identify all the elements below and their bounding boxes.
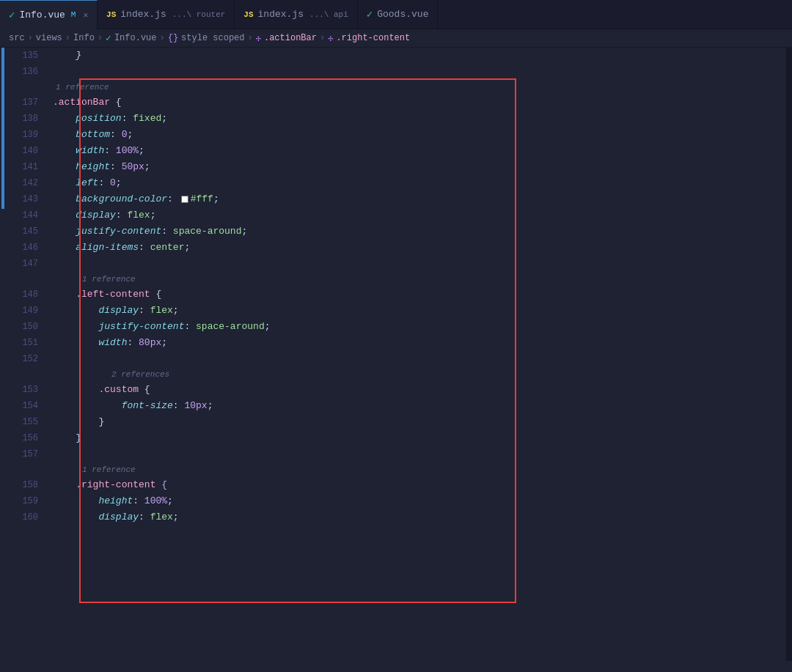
code-value: flex <box>150 509 173 525</box>
code-line-136 <box>53 64 786 80</box>
tab-label: Goods.vue <box>377 9 428 20</box>
line-num-147: 147 <box>6 256 38 272</box>
code-property: left <box>76 175 98 191</box>
code-line-157 <box>53 446 786 462</box>
code-semicolon: ; <box>184 240 190 256</box>
line-num-151: 151 <box>6 335 38 351</box>
code-value: 50 <box>122 159 133 175</box>
code-colon: : <box>98 175 110 191</box>
code-indent <box>53 287 76 303</box>
code-brace: { <box>150 287 162 303</box>
code-colon: : <box>127 335 139 351</box>
code-line-158: .right-content { <box>53 477 786 493</box>
code-selector: .actionBar <box>53 95 110 111</box>
vue-icon: ✓ <box>367 8 373 21</box>
code-colon: : <box>122 111 133 127</box>
line-numbers: 135 136 137 138 139 140 141 142 143 144 … <box>6 48 47 661</box>
code-indent <box>53 398 122 414</box>
code-semicolon: ; <box>161 335 167 351</box>
code-unit: px <box>150 335 162 351</box>
code-line-140: width: 100%; <box>53 143 786 159</box>
code-property: justify-content <box>98 319 184 335</box>
line-num-155: 155 <box>6 414 38 430</box>
code-value: 80 <box>139 335 150 351</box>
line-num-135: 135 <box>6 48 38 64</box>
color-swatch <box>181 196 188 203</box>
line-num-152: 152 <box>6 351 38 367</box>
code-indent <box>53 319 98 335</box>
code-colon: : <box>116 207 128 224</box>
code-colon: : <box>161 224 173 240</box>
code-semicolon: ; <box>173 509 179 525</box>
tab-index-router[interactable]: JS index.js ...\ router <box>98 0 235 29</box>
code-line-154: font-size: 10px; <box>53 398 786 414</box>
tab-goods-vue[interactable]: ✓ Goods.vue <box>358 0 439 29</box>
scrollbar[interactable] <box>786 48 792 661</box>
code-property: width <box>76 143 104 159</box>
code-semicolon: ; <box>241 224 247 240</box>
code-line-159: height: 100%; <box>53 493 786 509</box>
code-line-156: } <box>53 430 786 446</box>
code-indent <box>53 111 76 127</box>
code-semicolon: ; <box>173 303 179 319</box>
js-icon: JS <box>106 10 116 19</box>
code-colon: : <box>133 493 144 509</box>
code-colon: : <box>110 127 122 143</box>
breadcrumb-sep: › <box>28 33 33 43</box>
tab-index-api[interactable]: JS index.js ...\ api <box>235 0 357 29</box>
code-property: height <box>98 493 133 509</box>
code-property: bottom <box>76 127 110 143</box>
tab-close-icon[interactable]: ✕ <box>83 10 88 20</box>
breadcrumb-css-icon: {} <box>168 33 178 43</box>
code-indent <box>53 477 76 493</box>
code-semicolon: ; <box>150 207 156 224</box>
code-selector: .right-content <box>76 477 155 493</box>
git-change-marker <box>1 48 4 209</box>
code-brace: } <box>98 414 104 430</box>
ref-hint-4: 1 reference <box>53 462 786 477</box>
code-property: align-items <box>76 240 139 256</box>
breadcrumb-views: views <box>36 33 62 43</box>
code-semicolon: ; <box>127 127 133 143</box>
line-num-146: 146 <box>6 240 38 256</box>
code-line-139: bottom: 0; <box>53 127 786 143</box>
code-semicolon: ; <box>139 143 144 159</box>
breadcrumb-src: src <box>9 33 25 43</box>
code-semicolon: ; <box>208 398 213 414</box>
code-semicolon: ; <box>167 493 173 509</box>
tab-label: index.js <box>258 9 304 20</box>
code-content[interactable]: } 1 reference .actionBar { position: fix… <box>47 48 786 661</box>
code-indent <box>53 414 98 430</box>
code-line-142: left: 0; <box>53 175 786 191</box>
code-indent <box>53 207 76 224</box>
code-indent <box>53 159 76 175</box>
code-property: display <box>98 509 139 525</box>
code-line-155: } <box>53 414 786 430</box>
code-property: display <box>98 303 139 319</box>
code-colon: : <box>184 319 196 335</box>
tab-info-vue[interactable]: ✓ Info.vue M ✕ <box>0 0 98 29</box>
code-value: 100 <box>144 493 161 509</box>
breadcrumb-file: Info.vue <box>114 33 157 43</box>
breadcrumb-sep: › <box>248 33 253 43</box>
tab-sublabel: ...\ api <box>309 10 348 19</box>
line-num-157: 157 <box>6 446 38 462</box>
code-indent <box>53 335 98 351</box>
line-num-137: 137 <box>6 95 38 111</box>
code-colon: : <box>139 509 150 525</box>
line-num-136: 136 <box>6 64 38 80</box>
code-text: } <box>53 48 81 64</box>
code-indent <box>53 493 98 509</box>
line-num-141: 141 <box>6 159 38 175</box>
code-property: font-size <box>122 398 173 414</box>
code-colon: : <box>139 240 150 256</box>
code-line-146: align-items: center; <box>53 240 786 256</box>
code-colon: : <box>104 143 116 159</box>
tab-badge: M <box>71 10 76 19</box>
line-num-142: 142 <box>6 175 38 191</box>
code-colon: : <box>173 398 185 414</box>
code-indent <box>53 127 76 143</box>
ref-hint-2: 1 reference <box>53 272 786 287</box>
code-indent <box>53 240 76 256</box>
code-value: flex <box>127 207 150 224</box>
